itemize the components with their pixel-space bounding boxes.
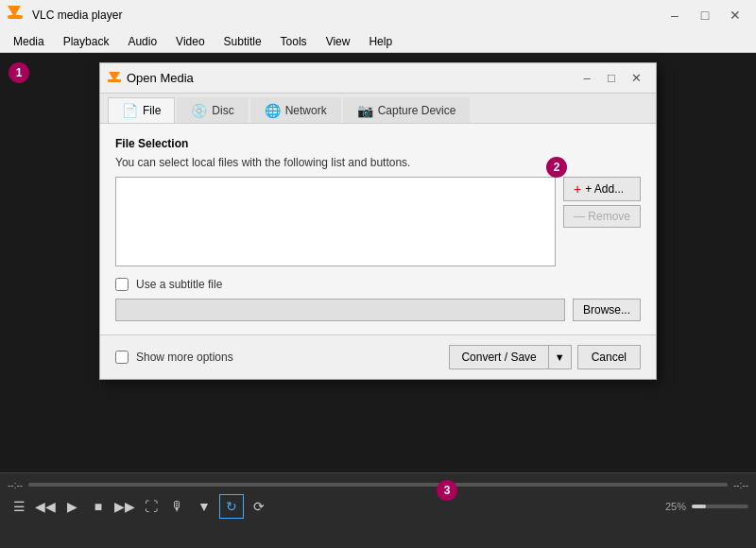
tab-file[interactable]: 📄 File: [108, 97, 175, 123]
dialog-close-button[interactable]: ✕: [624, 69, 648, 88]
dialog-overlay: Open Media – □ ✕ 📄 File 💿 Disc 🌐 Network…: [0, 53, 756, 472]
dialog-body: File Selection You can select local file…: [100, 124, 656, 334]
file-list-area: + + Add... — Remove: [115, 177, 641, 266]
dialog-maximize-button[interactable]: □: [599, 69, 624, 88]
dialog-tabs: 📄 File 💿 Disc 🌐 Network 📷 Capture Device: [100, 94, 656, 124]
frame-next-button[interactable]: ▶▶: [113, 495, 136, 518]
capture-tab-icon: 📷: [357, 103, 373, 118]
menu-bar: Media Playback Audio Video Subtitle Tool…: [0, 30, 756, 53]
extended-button[interactable]: 🎙: [166, 495, 189, 518]
subtitle-file-row: Browse...: [115, 299, 641, 321]
close-button[interactable]: ✕: [722, 6, 748, 25]
dialog-footer: Show more options Convert / Save ▼ Cance…: [100, 334, 656, 379]
dialog-titlebar: Open Media – □ ✕: [100, 63, 656, 94]
volume-track[interactable]: [692, 505, 748, 508]
subtitle-row: Use a subtitle file: [115, 278, 641, 291]
frame-prev-button[interactable]: ◀◀: [34, 495, 57, 518]
menu-media[interactable]: Media: [4, 33, 54, 50]
footer-buttons: Convert / Save ▼ Cancel: [449, 345, 641, 369]
section-title: File Selection: [115, 137, 641, 150]
network-tab-label: Network: [285, 104, 327, 117]
app-icon: [8, 6, 26, 25]
add-button-label: + Add...: [585, 182, 624, 196]
badge-1: 1: [9, 62, 29, 83]
menu-subtitle[interactable]: Subtitle: [215, 33, 271, 50]
menu-help[interactable]: Help: [359, 33, 402, 50]
stop-button[interactable]: ■: [87, 495, 110, 518]
window-controls: – □ ✕: [662, 6, 748, 25]
convert-save-group: Convert / Save ▼: [449, 345, 571, 369]
file-list-buttons: + + Add... — Remove: [563, 177, 641, 228]
subtitle-checkbox[interactable]: [115, 278, 129, 291]
dialog-minimize-button[interactable]: –: [575, 69, 599, 88]
progress-area: --:-- --:--: [0, 473, 756, 490]
minimize-button[interactable]: –: [662, 6, 688, 25]
convert-save-arrow[interactable]: ▼: [548, 345, 572, 369]
playlist-toggle-button[interactable]: ☰: [8, 495, 30, 518]
remove-button[interactable]: — Remove: [563, 205, 641, 228]
capture-tab-label: Capture Device: [378, 104, 456, 117]
add-icon: +: [574, 181, 581, 197]
cancel-button[interactable]: Cancel: [577, 345, 641, 369]
bottom-bar: --:-- --:-- ☰ ◀◀ ▶ ■ ▶▶ ⛶ 🎙 ▼ ↻ ⟳ 25%: [0, 472, 756, 548]
volume-fill: [692, 505, 706, 508]
show-more-label: Show more options: [136, 351, 233, 364]
disc-tab-icon: 💿: [191, 103, 207, 118]
dialog-icon: [108, 70, 121, 87]
fullscreen-button[interactable]: ⛶: [140, 495, 163, 518]
tab-disc[interactable]: 💿 Disc: [177, 97, 248, 123]
controls-row: ☰ ◀◀ ▶ ■ ▶▶ ⛶ 🎙 ▼ ↻ ⟳ 25%: [0, 490, 756, 522]
remove-button-label: — Remove: [574, 210, 630, 223]
tab-capture[interactable]: 📷 Capture Device: [343, 97, 471, 123]
progress-track[interactable]: [28, 483, 728, 487]
badge-3: 3: [437, 480, 457, 501]
volume-area: 25%: [665, 501, 748, 512]
play-button[interactable]: ▶: [60, 495, 83, 518]
random-button[interactable]: ⟳: [248, 495, 270, 518]
badge-2: 2: [546, 157, 567, 178]
subtitle-file-input[interactable]: [115, 299, 565, 321]
menu-tools[interactable]: Tools: [271, 33, 317, 50]
menu-view[interactable]: View: [317, 33, 360, 50]
time-left: --:--: [8, 480, 23, 490]
subtitle-label: Use a subtitle file: [136, 278, 222, 291]
dialog-title: Open Media: [127, 71, 575, 85]
file-tab-label: File: [143, 104, 161, 117]
open-media-dialog: Open Media – □ ✕ 📄 File 💿 Disc 🌐 Network…: [99, 62, 657, 380]
disc-tab-label: Disc: [212, 104, 233, 117]
menu-video[interactable]: Video: [166, 33, 214, 50]
maximize-button[interactable]: □: [692, 6, 718, 25]
volume-percent: 25%: [665, 501, 686, 512]
file-listbox[interactable]: [115, 177, 556, 266]
menu-audio[interactable]: Audio: [118, 33, 166, 50]
menu-playback[interactable]: Playback: [54, 33, 119, 50]
file-tab-icon: 📄: [122, 103, 138, 118]
tab-network[interactable]: 🌐 Network: [250, 97, 341, 123]
show-more-checkbox[interactable]: [115, 351, 129, 364]
loop-button[interactable]: ↻: [219, 494, 244, 519]
time-right: --:--: [733, 480, 748, 490]
browse-button[interactable]: Browse...: [573, 299, 641, 321]
network-tab-icon: 🌐: [265, 103, 281, 118]
add-button[interactable]: + + Add...: [563, 177, 641, 201]
app-title: VLC media player: [32, 9, 662, 22]
title-bar: VLC media player – □ ✕: [0, 0, 756, 30]
playlist-button[interactable]: ▼: [193, 495, 215, 518]
convert-save-button[interactable]: Convert / Save: [449, 345, 547, 369]
